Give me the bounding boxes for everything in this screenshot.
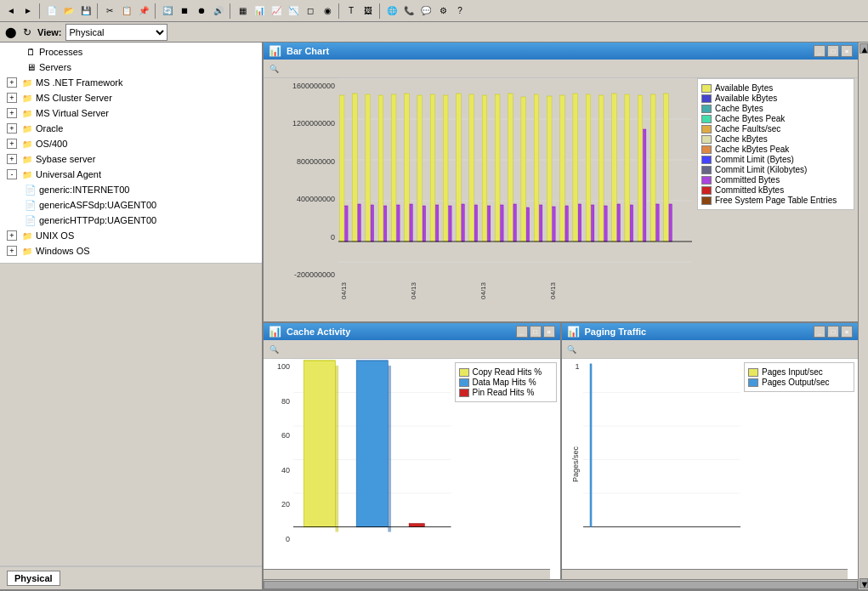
cache-hscroll[interactable] xyxy=(264,569,550,579)
tree-item-dotnet[interactable]: + 📁 MS .NET Framework xyxy=(0,75,262,90)
chart-button[interactable]: 📊 xyxy=(252,3,267,19)
bar-chart-panel: 📊 Bar Chart _ □ × 🔍 1600000000 xyxy=(264,43,858,323)
chart-minimize-icon[interactable]: _ xyxy=(814,45,825,57)
legend-free-page-table: Free System Page Table Entries xyxy=(701,196,850,205)
tree-item-unix[interactable]: + 📁 UNIX OS xyxy=(0,228,262,243)
tree-item-servers[interactable]: 🖥 Servers xyxy=(0,60,262,75)
svg-rect-52 xyxy=(638,95,643,242)
back-button[interactable]: ◄ xyxy=(3,3,19,19)
paging-maximize-icon[interactable]: □ xyxy=(827,326,839,338)
chat-button[interactable]: 💬 xyxy=(418,3,434,19)
tree-item-http[interactable]: 📄 genericHTTPdp:UAGENT00 xyxy=(0,213,262,228)
globe-button[interactable]: 🌐 xyxy=(384,3,400,19)
image-button[interactable]: 🖼 xyxy=(360,3,376,19)
svg-rect-42 xyxy=(573,94,578,242)
cache-y-40: 40 xyxy=(281,466,290,475)
expand-sybase[interactable]: + xyxy=(7,154,17,164)
right-panel-hscroll[interactable] xyxy=(264,579,858,589)
legend-committed-kbytes: Committed kBytes xyxy=(701,185,850,195)
expand-virtual[interactable]: + xyxy=(7,108,17,118)
legend-cache-bytes-peak: Cache Bytes Peak xyxy=(701,114,850,123)
new-button[interactable]: 📄 xyxy=(44,3,60,19)
paging-close-icon[interactable]: × xyxy=(841,326,853,338)
svg-rect-36 xyxy=(534,94,539,242)
chart-maximize-icon[interactable]: □ xyxy=(827,45,839,57)
right-vscroll[interactable]: ▲ ▼ xyxy=(858,43,868,589)
paging-chart-body: 1 xyxy=(562,359,859,569)
tree-item-universal[interactable]: - 📁 Universal Agent xyxy=(0,167,262,182)
svg-rect-29 xyxy=(487,206,490,242)
legend-cache-faults: Cache Faults/sec xyxy=(701,124,850,134)
expand-windows[interactable]: + xyxy=(7,246,17,256)
paste-button[interactable]: 📌 xyxy=(136,3,151,19)
pie-button[interactable]: ◉ xyxy=(320,3,335,19)
svg-rect-6 xyxy=(339,95,344,242)
tree-item-processes[interactable]: 🗒 Processes xyxy=(0,44,262,60)
copy-button[interactable]: 📋 xyxy=(119,3,134,19)
chart-close-icon[interactable]: × xyxy=(841,45,853,57)
tree-item-sybase[interactable]: + 📁 Sybase server xyxy=(0,151,262,167)
svg-rect-67 xyxy=(356,361,388,527)
phone-button[interactable]: 📞 xyxy=(401,3,417,19)
line-button[interactable]: 📉 xyxy=(286,3,301,19)
toolbar: ◄ ► 📄 📂 💾 ✂ 📋 📌 🔄 ⏹ ⏺ 🔊 ▦ 📊 📈 📉 ◻ ◉ T 🖼 … xyxy=(0,0,868,22)
legend-label-data-map: Data Map Hits % xyxy=(473,378,536,387)
cache-chart-icon: 📊 xyxy=(269,326,281,338)
http-icon: 📄 xyxy=(24,213,37,227)
cache-maximize-icon[interactable]: □ xyxy=(530,326,542,338)
expand-oracle[interactable]: + xyxy=(7,123,17,134)
bar-chart-toolbar: 🔍 xyxy=(264,60,858,78)
tree-item-asf[interactable]: 📄 genericASFSdp:UAGENT00 xyxy=(0,197,262,213)
forward-button[interactable]: ► xyxy=(20,3,36,19)
cut-button[interactable]: ✂ xyxy=(102,3,117,19)
legend-color-committed-bytes xyxy=(701,176,712,185)
expand-unix[interactable]: + xyxy=(7,230,17,241)
save-button[interactable]: 💾 xyxy=(78,3,94,19)
expand-dotnet[interactable]: + xyxy=(7,77,17,88)
open-button[interactable]: 📂 xyxy=(61,3,77,19)
cache-zoom-icon[interactable]: 🔍 xyxy=(267,343,281,356)
expand-cluster[interactable]: + xyxy=(7,93,17,103)
bar-button[interactable]: 📈 xyxy=(269,3,284,19)
tree-item-os400[interactable]: + 📁 OS/400 xyxy=(0,136,262,151)
tree-item-virtual[interactable]: + 📁 MS Virtual Server xyxy=(0,105,262,121)
paging-zoom-icon[interactable]: 🔍 xyxy=(565,343,579,356)
legend-color-cache-kbytes-peak xyxy=(701,145,712,154)
legend-label-pages-input: Pages Input/sec xyxy=(762,367,823,377)
zoom-icon[interactable]: 🔍 xyxy=(267,62,281,76)
legend-cache-kbytes: Cache kBytes xyxy=(701,134,850,144)
expand-universal[interactable]: - xyxy=(7,169,17,179)
record-button[interactable]: ⏺ xyxy=(194,3,209,19)
paging-y-label-text: Pages/sec xyxy=(571,446,580,481)
view-select[interactable]: Physical Logical xyxy=(65,24,167,41)
table-button[interactable]: ▦ xyxy=(235,3,250,19)
legend-color-cache-kbytes xyxy=(701,135,712,144)
sep3 xyxy=(155,3,156,19)
text-button[interactable]: T xyxy=(343,3,359,19)
nav-icon2[interactable]: ↻ xyxy=(20,26,34,39)
tree-item-windows[interactable]: + 📁 Windows OS xyxy=(0,243,262,259)
bar-chart-svg xyxy=(338,78,692,282)
paging-hscroll[interactable] xyxy=(562,569,848,579)
audio-button[interactable]: 🔊 xyxy=(211,3,226,19)
expand-os400[interactable]: + xyxy=(7,139,17,149)
nav-icon1[interactable]: ⬤ xyxy=(3,26,17,39)
tree-item-oracle[interactable]: + 📁 Oracle xyxy=(0,121,262,136)
tree-area[interactable]: 🗒 Processes 🖥 Servers + 📁 MS .NET Framew… xyxy=(0,43,262,264)
area-button[interactable]: ◻ xyxy=(303,3,318,19)
cluster-icon: 📁 xyxy=(20,91,34,105)
refresh-button[interactable]: 🔄 xyxy=(160,3,175,19)
paging-minimize-icon[interactable]: _ xyxy=(814,326,825,338)
tree-item-internet00[interactable]: 📄 generic:INTERNET00 xyxy=(0,182,262,197)
cache-close-icon[interactable]: × xyxy=(543,326,555,338)
stop-button[interactable]: ⏹ xyxy=(177,3,192,19)
cache-minimize-icon[interactable]: _ xyxy=(516,326,528,338)
settings-button[interactable]: ⚙ xyxy=(435,3,451,19)
physical-tab-button[interactable]: Physical xyxy=(7,571,60,586)
legend-label-cache-faults: Cache Faults/sec xyxy=(715,124,780,134)
help-button[interactable]: ? xyxy=(452,3,468,19)
virtual-label: MS Virtual Server xyxy=(36,108,109,118)
cache-chart-toolbar: 🔍 xyxy=(264,340,560,359)
svg-rect-23 xyxy=(449,206,451,242)
tree-item-cluster[interactable]: + 📁 MS Cluster Server xyxy=(0,90,262,105)
